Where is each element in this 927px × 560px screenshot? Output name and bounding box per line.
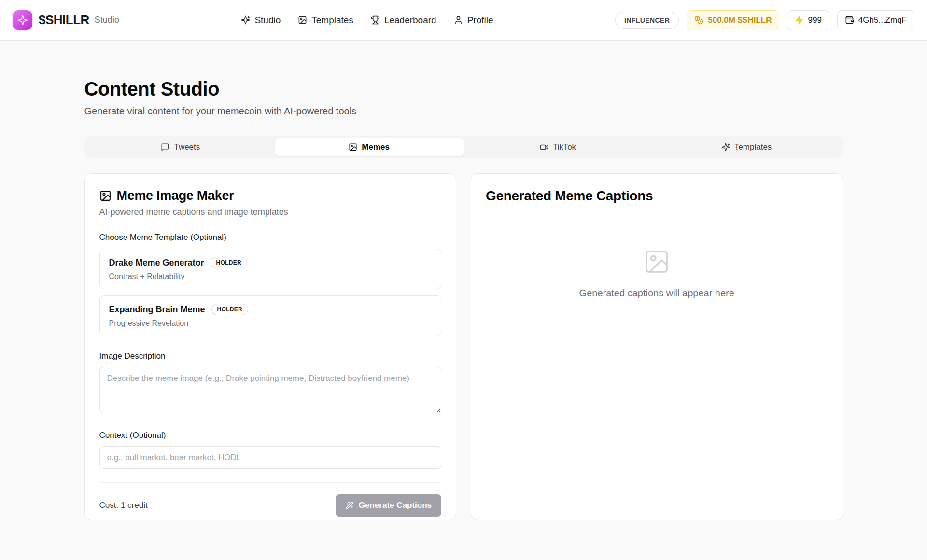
- tab-label: TikTok: [553, 142, 576, 152]
- image-description-input[interactable]: [99, 367, 442, 413]
- card-subtitle: AI-powered meme captions and image templ…: [99, 207, 442, 217]
- tab-templates[interactable]: Templates: [652, 138, 841, 156]
- tab-label: Tweets: [174, 142, 200, 152]
- generate-button-label: Generate Captions: [359, 501, 432, 510]
- template-name: Drake Meme Generator: [109, 258, 204, 268]
- wallet-badge[interactable]: 4Gh5...ZmqF: [837, 10, 914, 30]
- nav-label: Leaderboard: [384, 15, 436, 26]
- image-description-label: Image Description: [99, 351, 442, 361]
- tab-label: Templates: [734, 142, 772, 152]
- credits-text: 999: [808, 15, 821, 25]
- nav-label: Studio: [254, 15, 281, 26]
- image-icon: [349, 143, 357, 152]
- content-tabs: Tweets Memes TikTok Templates: [84, 136, 843, 158]
- template-name: Expanding Brain Meme: [109, 305, 205, 315]
- sparkles-icon: [721, 143, 730, 152]
- message-icon: [161, 143, 169, 152]
- header: $SHILLR Studio Studio Templates Leaderbo…: [0, 0, 927, 41]
- nav-label: Profile: [467, 15, 493, 26]
- image-icon: [298, 15, 307, 25]
- context-label: Context (Optional): [99, 431, 442, 440]
- user-icon: [454, 15, 463, 25]
- page-subtitle: Generate viral content for your memecoin…: [84, 106, 843, 117]
- cost-text: Cost: 1 credit: [99, 501, 148, 510]
- context-input[interactable]: [99, 446, 442, 469]
- empty-state-text: Generated captions will appear here: [579, 288, 734, 299]
- nav-studio[interactable]: Studio: [241, 15, 281, 26]
- page-title: Content Studio: [84, 78, 843, 100]
- nav-templates[interactable]: Templates: [298, 15, 353, 26]
- balance-badge: 500.0M $SHILLR: [687, 10, 779, 30]
- image-icon: [99, 190, 112, 202]
- template-description: Contrast + Relatability: [109, 272, 432, 281]
- brand-name: $SHILLR: [39, 13, 89, 28]
- brand[interactable]: $SHILLR Studio: [13, 10, 119, 30]
- header-badges: INFLUENCER 500.0M $SHILLR 999 4Gh5...Zmq…: [615, 10, 914, 30]
- tab-tweets[interactable]: Tweets: [86, 138, 275, 156]
- sparkles-icon: [241, 15, 250, 25]
- tab-tiktok[interactable]: TikTok: [464, 138, 652, 156]
- zap-icon: [795, 16, 803, 25]
- video-icon: [540, 143, 548, 152]
- app-logo: [13, 10, 32, 30]
- wallet-address: 4Gh5...ZmqF: [858, 15, 907, 25]
- trophy-icon: [371, 15, 380, 25]
- nav-profile[interactable]: Profile: [454, 15, 493, 26]
- template-option-drake[interactable]: Drake Meme Generator HOLDER Contrast + R…: [99, 249, 442, 289]
- nav-label: Templates: [311, 15, 353, 26]
- image-placeholder-icon: [643, 248, 670, 275]
- tab-memes[interactable]: Memes: [275, 138, 464, 156]
- role-badge: INFLUENCER: [615, 12, 679, 29]
- sparkles-icon: [17, 15, 28, 26]
- brand-sub: Studio: [95, 15, 119, 25]
- output-title: Generated Meme Captions: [486, 188, 828, 204]
- template-select-label: Choose Meme Template (Optional): [99, 233, 442, 242]
- card-title: Meme Image Maker: [117, 188, 234, 203]
- generated-captions-card: Generated Meme Captions Generated captio…: [471, 173, 843, 520]
- holder-badge: HOLDER: [211, 257, 247, 268]
- wand-icon: [345, 501, 354, 510]
- card-footer: Cost: 1 credit Generate Captions: [99, 482, 442, 517]
- generate-captions-button[interactable]: Generate Captions: [336, 494, 441, 517]
- empty-state: Generated captions will appear here: [486, 248, 828, 299]
- main-content: Content Studio Generate viral content fo…: [84, 78, 843, 520]
- balance-text: 500.0M $SHILLR: [708, 15, 772, 25]
- main-nav: Studio Templates Leaderboard Profile: [119, 15, 615, 26]
- holder-badge: HOLDER: [211, 304, 248, 315]
- coins-icon: [694, 15, 703, 25]
- cards-row: Meme Image Maker AI-powered meme caption…: [84, 173, 843, 520]
- template-option-expanding-brain[interactable]: Expanding Brain Meme HOLDER Progressive …: [99, 295, 442, 336]
- nav-leaderboard[interactable]: Leaderboard: [371, 15, 436, 26]
- template-description: Progressive Revelation: [109, 319, 432, 328]
- meme-maker-card: Meme Image Maker AI-powered meme caption…: [84, 173, 457, 520]
- wallet-icon: [845, 15, 854, 25]
- credits-badge: 999: [787, 10, 829, 30]
- tab-label: Memes: [362, 142, 390, 152]
